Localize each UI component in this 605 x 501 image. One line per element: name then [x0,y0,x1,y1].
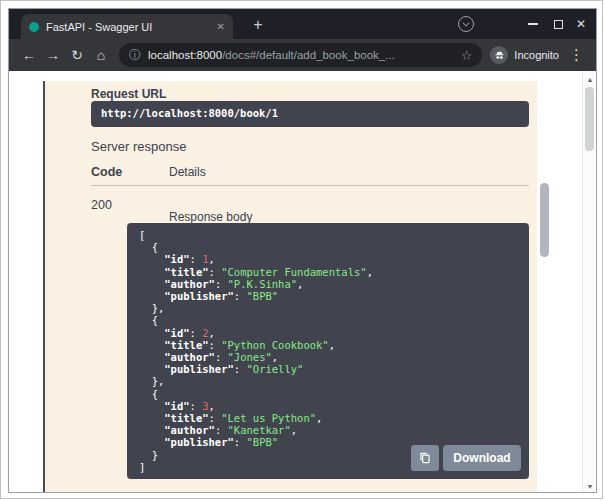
page-scrollbar-thumb[interactable] [540,183,549,257]
code-column-header: Code [91,165,122,179]
browser-scrollbar-track[interactable]: ▲ ▼ [582,71,596,493]
browser-tab[interactable]: FastAPI - Swagger UI ✕ [21,14,233,39]
browser-menu-button[interactable]: ⋮ [565,46,588,64]
minimize-icon [528,23,538,25]
forward-button[interactable]: → [41,43,65,67]
url-text: localhost:8000/docs#/default/add_book_bo… [148,49,395,61]
navigation-toolbar: ← → ↻ ⌂ ⓘ localhost:8000/docs#/default/a… [9,39,596,71]
reload-button[interactable]: ↻ [65,43,89,67]
swagger-operation-panel: Request URL http://localhost:8000/book/1… [43,81,537,493]
screenshot-frame: FastAPI - Swagger UI ✕ + ✕ ← → ↻ ⌂ ⓘ loc… [0,0,603,499]
details-column-header: Details [169,165,206,179]
address-bar[interactable]: ⓘ localhost:8000/docs#/default/add_book_… [119,43,482,67]
copy-icon [418,451,432,465]
back-button[interactable]: ← [17,43,41,67]
response-body-code: [ { "id": 1, "title": "Computer Fundamen… [139,229,517,473]
maximize-button[interactable] [547,9,569,39]
site-info-icon[interactable]: ⓘ [129,47,141,64]
incognito-badge: Incognito [490,46,559,64]
response-body-label: Response body [169,210,252,224]
copy-button[interactable] [411,445,439,471]
fastapi-favicon-icon [29,22,39,32]
chevron-down-icon [463,20,470,27]
header-divider [91,185,529,186]
response-status-code: 200 [91,198,112,212]
server-response-label: Server response [91,139,186,154]
home-button[interactable]: ⌂ [89,43,113,67]
tab-title: FastAPI - Swagger UI [46,21,210,33]
tab-search-button[interactable] [458,16,474,32]
incognito-label: Incognito [514,49,559,61]
url-host: localhost:8000 [148,49,222,61]
response-body-block: [ { "id": 1, "title": "Computer Fundamen… [127,223,529,479]
url-path: /docs#/default/add_book_book_... [222,49,395,61]
close-window-button[interactable]: ✕ [570,9,592,39]
scroll-down-icon[interactable]: ▼ [583,479,596,493]
request-url-label: Request URL [91,87,166,101]
bookmark-star-icon[interactable]: ☆ [461,48,473,63]
scroll-up-icon[interactable]: ▲ [583,72,596,86]
download-button[interactable]: Download [443,445,521,471]
incognito-icon [490,46,508,64]
minimize-button[interactable] [522,9,544,39]
page-content: Request URL http://localhost:8000/book/1… [9,71,596,493]
maximize-icon [554,20,563,29]
browser-window: FastAPI - Swagger UI ✕ + ✕ ← → ↻ ⌂ ⓘ loc… [8,8,597,493]
request-url-value: http://localhost:8000/book/1 [91,101,529,127]
browser-scrollbar-thumb[interactable] [585,87,594,151]
tab-close-icon[interactable]: ✕ [217,21,225,32]
titlebar: FastAPI - Swagger UI ✕ + ✕ [9,9,596,39]
new-tab-button[interactable]: + [247,14,269,36]
